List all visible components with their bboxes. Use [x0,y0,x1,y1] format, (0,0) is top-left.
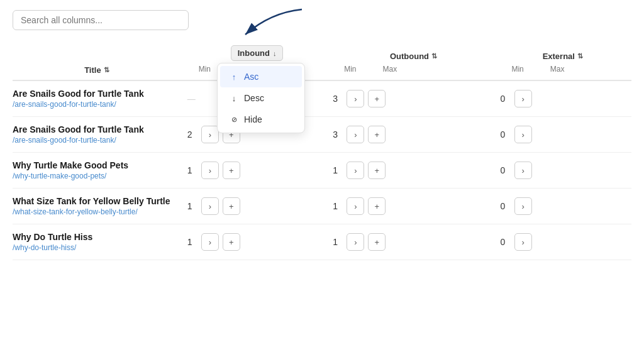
external-value: 0 [501,165,511,175]
row-url[interactable]: /are-snails-good-for-turtle-tank/ [13,136,181,145]
inbound-expand-button[interactable]: › [201,126,219,143]
inbound-value: 1 [187,201,197,211]
outbound-add-button[interactable]: + [368,126,386,143]
outbound-value: 1 [333,201,343,211]
th-outbound: Outbound ⇅ Min Max [333,40,500,80]
outbound-add-button[interactable]: + [368,197,386,215]
external-expand-button[interactable]: › [514,126,532,143]
cell-outbound: 3 › + [333,117,500,153]
cell-external: 0 › [501,224,631,260]
search-input[interactable] [13,10,189,30]
table-row: Why Do Turtle Hiss /why-do-turtle-hiss/ … [13,224,631,260]
th-external: External ⇅ Min Max [501,40,631,80]
inbound-expand-button[interactable]: › [201,233,219,251]
dropdown-item-desc[interactable]: ↓ Desc [220,87,302,109]
outbound-add-button[interactable]: + [368,233,386,251]
cell-title: Why Do Turtle Hiss /why-do-turtle-hiss/ [13,224,187,260]
sort-title-button[interactable]: Title ⇅ [84,65,109,75]
cell-outbound: 3 › + [333,80,500,117]
table-row: What Size Tank for Yellow Belly Turtle /… [13,189,631,224]
cell-title: Are Snails Good for Turtle Tank /are-sna… [13,117,187,153]
inbound-expand-button[interactable]: › [201,197,219,215]
cell-inbound: 1 › + [187,189,333,224]
cell-title: What Size Tank for Yellow Belly Turtle /… [13,189,187,224]
inbound-expand-button[interactable]: › [201,162,219,179]
outbound-expand-button[interactable]: › [347,126,364,143]
outbound-value: 1 [333,165,343,175]
sort-external-button[interactable]: External ⇅ [543,52,583,61]
external-expand-button[interactable]: › [514,197,532,215]
inbound-value: 2 [187,129,197,140]
inbound-add-button[interactable]: + [223,197,240,215]
external-value: 0 [501,94,511,104]
table-row: Why Turtle Make Good Pets /why-turtle-ma… [13,153,631,189]
table-row: Are Snails Good for Turtle Tank /are-sna… [13,80,631,117]
outbound-min-header: Min [333,65,367,74]
sort-dropdown: ↑ Asc ↓ Desc ⊘ Hide [217,63,305,133]
external-value: 0 [501,201,511,211]
external-expand-button[interactable]: › [514,233,532,251]
row-title: What Size Tank for Yellow Belly Turtle [13,196,181,206]
cell-external: 0 › [501,80,631,117]
outbound-expand-button[interactable]: › [347,162,364,179]
cell-outbound: 1 › + [333,224,500,260]
th-title: Title ⇅ [13,40,187,80]
cell-inbound: 1 › + [187,224,333,260]
external-expand-button[interactable]: › [514,162,532,179]
dropdown-item-asc[interactable]: ↑ Asc [220,66,302,87]
cell-outbound: 1 › + [333,153,500,189]
inbound-value: 1 [187,237,197,247]
row-url[interactable]: /are-snails-good-for-turtle-tank/ [13,100,181,109]
data-table: Title ⇅ Inbound ↓ Min [13,40,631,260]
sort-inbound-button[interactable]: Inbound ↓ [231,45,284,61]
external-expand-button[interactable]: › [514,90,532,107]
dropdown-item-hide[interactable]: ⊘ Hide [220,109,302,130]
asc-icon: ↑ [229,72,239,82]
cell-external: 0 › [501,189,631,224]
hide-icon: ⊘ [229,116,239,124]
outbound-expand-button[interactable]: › [347,233,364,251]
external-value: 0 [501,129,511,140]
row-url[interactable]: /why-do-turtle-hiss/ [13,243,181,252]
row-url[interactable]: /why-turtle-make-good-pets/ [13,172,181,180]
desc-icon: ↓ [229,94,239,103]
sort-outbound-button[interactable]: Outbound ⇅ [390,52,437,61]
table-row: Are Snails Good for Turtle Tank /are-sna… [13,117,631,153]
inbound-add-button[interactable]: + [223,233,240,251]
external-value: 0 [501,237,511,247]
cell-external: 0 › [501,117,631,153]
cell-title: Are Snails Good for Turtle Tank /are-sna… [13,80,187,117]
external-min-header: Min [501,65,535,74]
dropdown-label-asc: Asc [244,72,258,82]
row-url[interactable]: /what-size-tank-for-yellow-belly-turtle/ [13,207,181,216]
outbound-value: 3 [333,94,343,104]
outbound-expand-button[interactable]: › [347,197,364,215]
row-title: Why Do Turtle Hiss [13,232,181,242]
row-title: Are Snails Good for Turtle Tank [13,89,181,99]
cell-inbound: 1 › + [187,153,333,189]
row-title: Are Snails Good for Turtle Tank [13,124,181,134]
inbound-empty: — [187,94,196,104]
cell-external: 0 › [501,153,631,189]
outbound-value: 1 [333,237,343,247]
dropdown-label-hide: Hide [244,114,262,124]
dropdown-label-desc: Desc [244,93,264,103]
outbound-value: 3 [333,129,343,140]
outbound-add-button[interactable]: + [368,90,386,107]
cell-outbound: 1 › + [333,189,500,224]
outbound-expand-button[interactable]: › [347,90,364,107]
outbound-add-button[interactable]: + [368,162,386,179]
inbound-value: 1 [187,165,197,175]
outbound-max-header: Max [372,65,407,74]
external-max-header: Max [540,65,575,74]
row-title: Why Turtle Make Good Pets [13,160,181,170]
inbound-add-button[interactable]: + [223,162,240,179]
cell-title: Why Turtle Make Good Pets /why-turtle-ma… [13,153,187,189]
